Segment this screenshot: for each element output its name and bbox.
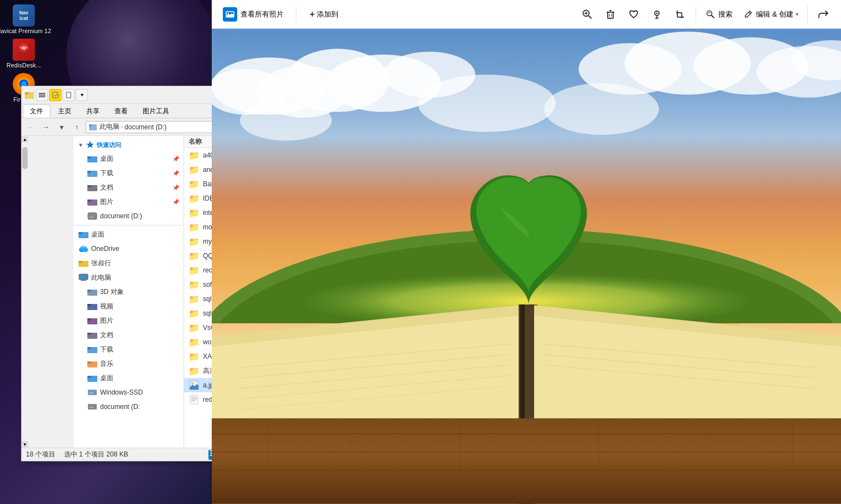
edit-create-btn[interactable]: 编辑 & 创建 ▾ xyxy=(738,7,803,22)
tab-picture-tools[interactable]: 图片工具 xyxy=(135,104,176,118)
svg-rect-129 xyxy=(212,418,841,504)
sidebar-section-quick-access[interactable]: ▼ 快速访问 xyxy=(74,138,184,151)
svg-rect-23 xyxy=(87,185,91,187)
folder-icon: 📁 xyxy=(189,293,200,305)
svg-rect-20 xyxy=(87,171,91,173)
location-btn[interactable] xyxy=(646,7,668,22)
quick-access-btn-1[interactable] xyxy=(49,89,61,101)
sidebar-item-music[interactable]: 音乐 xyxy=(74,356,184,371)
explorer-icon xyxy=(24,90,35,101)
sidebar-label-images: 图片 xyxy=(100,316,113,326)
sidebar-label-docs-2: 文档 xyxy=(100,330,113,340)
sidebar-item-document-d[interactable]: document (D: xyxy=(74,400,184,414)
main-content: ▲ ▼ ▼ 快速访问 桌面 📌 xyxy=(22,136,236,448)
heart-btn[interactable] xyxy=(623,7,645,22)
column-header-name: 名称 xyxy=(189,137,202,146)
address-part-2: document (D:) xyxy=(124,123,166,131)
svg-point-62 xyxy=(191,382,194,385)
crop-icon xyxy=(675,9,686,20)
sidebar-item-desktop-2[interactable]: 桌面 xyxy=(74,227,184,242)
sidebar-item-document-drive[interactable]: document (D:) xyxy=(74,209,184,223)
desktop-folder-icon xyxy=(87,372,98,384)
svg-rect-30 xyxy=(79,232,82,234)
tab-view[interactable]: 查看 xyxy=(107,104,135,118)
folder-icon-desktop2 xyxy=(78,229,89,240)
sidebar-label-this-pc: 此电脑 xyxy=(91,273,111,282)
sidebar-item-downloads-2[interactable]: 下载 xyxy=(74,342,184,356)
folder-icon-desktop xyxy=(87,153,98,164)
scroll-up-btn[interactable]: ▲ xyxy=(22,136,28,143)
address-bar: ← → ▾ ↑ 此电脑 › document (D:) xyxy=(22,118,236,136)
nav-forward-btn[interactable]: → xyxy=(39,120,53,134)
nav-recent-btn[interactable]: ▾ xyxy=(55,120,68,134)
ai-search-btn[interactable]: 搜索 xyxy=(701,7,737,22)
quick-access-btn-2[interactable] xyxy=(62,89,75,101)
svg-rect-47 xyxy=(87,333,91,335)
delete-btn[interactable] xyxy=(599,7,621,22)
status-selected: 选中 1 个项目 208 KB xyxy=(64,450,128,459)
sidebar-item-windows-ssd[interactable]: Windows-SSD xyxy=(74,385,184,400)
ribbon-toggle-btn[interactable] xyxy=(36,89,48,101)
sun-glow xyxy=(636,298,746,409)
scroll-thumb[interactable] xyxy=(22,147,28,169)
tab-share[interactable]: 共享 xyxy=(79,104,107,118)
share-btn[interactable] xyxy=(812,7,834,22)
crop-btn[interactable] xyxy=(669,7,691,22)
desktop-icon-navicat[interactable]: Navicat Navicat Premium 12 xyxy=(4,4,43,34)
sidebar-item-docs-2[interactable]: 文档 xyxy=(74,328,184,342)
nav-up-btn[interactable]: ↑ xyxy=(70,120,83,134)
sidebar-label-music: 音乐 xyxy=(100,359,113,369)
svg-marker-116 xyxy=(212,315,526,504)
folder-icon: 📁 xyxy=(189,164,200,175)
desktop-icon-redis[interactable]: R RedisDesk... xyxy=(4,39,43,69)
sidebar-item-documents[interactable]: 文档 📌 xyxy=(74,180,184,195)
expand-btn[interactable]: ▾ xyxy=(76,89,88,101)
svg-rect-80 xyxy=(608,12,613,18)
sidebar-scrollbar[interactable]: ▲ ▼ xyxy=(22,136,74,448)
sidebar-label-desktop-2: 桌面 xyxy=(91,230,105,239)
folder-icon-download: ↓ xyxy=(87,167,98,179)
nav-back-btn[interactable]: ← xyxy=(24,120,37,134)
ai-search-icon xyxy=(705,9,716,20)
svg-text:R: R xyxy=(22,46,25,50)
sidebar-item-this-pc[interactable]: 此电脑 xyxy=(74,270,184,285)
folder-icon: 📁 xyxy=(189,250,200,261)
sidebar-item-onedrive[interactable]: OneDrive xyxy=(74,242,184,256)
sidebar-label-document-drive: document (D:) xyxy=(100,212,142,220)
photo-icon xyxy=(226,10,234,19)
svg-rect-43 xyxy=(87,304,91,306)
sidebar-item-video[interactable]: 视频 xyxy=(74,299,184,313)
svg-rect-13 xyxy=(66,92,71,98)
document-d-icon xyxy=(87,401,98,412)
sidebar-item-desktop-3[interactable]: 桌面 xyxy=(74,371,184,385)
folder-icon: 📁 xyxy=(189,265,200,276)
sidebar-item-3d[interactable]: 3D 对象 xyxy=(74,285,184,299)
tab-home[interactable]: 主页 xyxy=(51,104,79,118)
image-folder-icon xyxy=(87,315,98,326)
sidebar-label-onedrive: OneDrive xyxy=(91,245,119,253)
sidebar-label-desktop-1: 桌面 xyxy=(100,154,113,164)
toolbar-right: 搜索 编辑 & 创建 ▾ xyxy=(576,6,834,23)
sidebar-item-images[interactable]: 图片 xyxy=(74,313,184,328)
tab-file[interactable]: 文件 xyxy=(23,104,50,118)
svg-rect-36 xyxy=(79,274,88,280)
sidebar-label-desktop-3: 桌面 xyxy=(100,374,113,383)
zoom-btn[interactable] xyxy=(576,7,598,22)
sidebar-item-pictures[interactable]: 图片 📌 xyxy=(74,195,184,209)
svg-line-121 xyxy=(239,386,510,410)
music-folder-icon xyxy=(87,358,98,369)
svg-marker-16 xyxy=(86,141,94,148)
sidebar-item-download-1[interactable]: ↓ 下载 📌 xyxy=(74,166,184,180)
view-all-photos-btn[interactable]: 查看所有照片 xyxy=(218,5,288,24)
folder-icon: 📁 xyxy=(189,207,200,218)
add-to-btn[interactable]: + 添加到 xyxy=(304,6,344,23)
sidebar-label-downloads-2: 下载 xyxy=(100,345,113,354)
sidebar-item-user[interactable]: 张叔行 xyxy=(74,256,184,270)
folder-icon: 📁 xyxy=(189,351,200,362)
toolbar-divider-2 xyxy=(696,6,696,23)
plus-icon: + xyxy=(310,9,315,19)
sidebar-item-desktop-1[interactable]: 桌面 📌 xyxy=(74,151,184,166)
onedrive-icon xyxy=(78,243,89,254)
svg-line-94 xyxy=(749,12,750,14)
scroll-down-btn[interactable]: ▼ xyxy=(22,441,28,448)
